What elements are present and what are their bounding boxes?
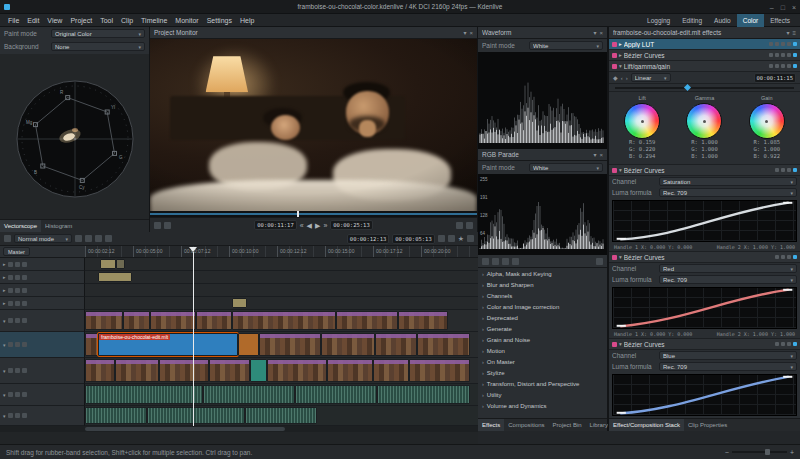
timeline-position-timecode[interactable]: 00:00:12:13 (347, 234, 389, 244)
expand-arrow-icon[interactable]: › (482, 348, 484, 354)
preset-icon[interactable] (775, 255, 779, 259)
timeline-clip[interactable] (116, 259, 125, 269)
timeline-clip[interactable] (85, 311, 123, 330)
background-select[interactable]: None▾ (51, 42, 145, 51)
channel-select[interactable]: Saturation▾ (659, 177, 797, 186)
mix-icon[interactable] (438, 235, 445, 242)
save-icon[interactable] (775, 53, 779, 57)
timeline-clip[interactable] (232, 311, 336, 330)
collapse-icon[interactable]: ▾ (463, 30, 466, 36)
paint-mode-select[interactable]: Original Color▾ (51, 29, 145, 38)
track-header[interactable]: ▸ (0, 297, 85, 310)
timeline-clip[interactable] (336, 311, 398, 330)
zone-in-icon[interactable] (164, 222, 171, 229)
effect-category[interactable]: › Channels (478, 290, 607, 301)
expand-arrow-icon[interactable]: › (482, 304, 484, 310)
bezier-curve-editor[interactable] (612, 374, 797, 416)
lock-track-icon[interactable] (22, 275, 27, 280)
menu-item[interactable]: Edit (23, 14, 43, 27)
collapse-arrow-icon[interactable]: ▾ (619, 254, 622, 260)
effect-row[interactable]: ▾ Bézier Curves (609, 165, 800, 176)
record-icon[interactable] (15, 413, 20, 418)
timeline-clip[interactable] (267, 359, 327, 382)
timeline-clip[interactable] (147, 407, 245, 424)
effect-category[interactable]: › Generate (478, 323, 607, 334)
timeline-clip[interactable] (398, 311, 448, 330)
enable-checkbox[interactable] (793, 64, 797, 68)
reset-icon[interactable] (781, 42, 785, 46)
timeline-clip[interactable] (377, 385, 470, 404)
effect-category[interactable]: › Deprecated (478, 312, 607, 323)
expand-arrow-icon[interactable]: › (482, 370, 484, 376)
skip-back-icon[interactable]: « (300, 222, 304, 229)
timeline-clip[interactable] (203, 385, 295, 404)
timeline-clip[interactable] (100, 259, 116, 269)
timeline-lane[interactable] (85, 271, 478, 284)
monitor-menu-icon[interactable] (154, 222, 161, 229)
timeline-lane[interactable] (85, 297, 478, 310)
prev-frame-icon[interactable]: ◀ (307, 222, 312, 229)
keyframe-diamond[interactable] (684, 84, 691, 91)
timeline-clip[interactable] (85, 385, 203, 404)
collapse-all-icon[interactable]: ▾ (786, 30, 789, 36)
effect-category[interactable]: › Color and Image correction (478, 301, 607, 312)
video-effects-icon[interactable] (492, 258, 499, 265)
playhead-line[interactable] (193, 252, 194, 426)
monitor-settings-icon[interactable] (466, 222, 473, 229)
effect-category[interactable]: › Transform, Distort and Perspective (478, 378, 607, 389)
effect-category[interactable]: › Motion (478, 345, 607, 356)
luma-formula-select[interactable]: Rec. 709▾ (659, 362, 797, 371)
timeline-clip[interactable] (409, 359, 470, 382)
prev-keyframe-icon[interactable]: ‹ (621, 75, 623, 81)
delete-icon[interactable] (787, 168, 791, 172)
expand-arrow-icon[interactable]: › (482, 282, 484, 288)
maximize-button[interactable]: □ (781, 4, 785, 11)
hide-track-icon[interactable] (8, 262, 13, 267)
timeline-menu-icon[interactable] (4, 235, 11, 242)
reset-icon[interactable] (781, 342, 785, 346)
zoom-in-icon[interactable]: + (790, 449, 794, 456)
preset-icon[interactable] (769, 53, 773, 57)
timeline-clip[interactable] (295, 385, 377, 404)
lift-color-wheel[interactable] (624, 103, 660, 139)
enable-checkbox[interactable] (793, 342, 797, 346)
track-header[interactable]: ▸ (0, 271, 85, 284)
expand-arrow-icon[interactable]: › (482, 293, 484, 299)
expand-arrow-icon[interactable]: › (482, 381, 484, 387)
paint-mode-select[interactable]: White▾ (529, 163, 603, 172)
search-icon[interactable] (596, 258, 603, 265)
stack-tab[interactable]: Effect/Composition Stack (609, 419, 684, 431)
workspace-button[interactable]: Logging (641, 14, 676, 27)
add-keyframe-icon[interactable]: ◆ (613, 75, 618, 81)
timeline-lane[interactable] (85, 384, 478, 406)
mute-track-icon[interactable] (15, 342, 20, 347)
luma-formula-select[interactable]: Rec. 709▾ (659, 275, 797, 284)
effect-category[interactable]: › Utility (478, 389, 607, 400)
audio-mixer-icon[interactable] (467, 235, 474, 242)
close-icon[interactable]: × (599, 152, 603, 158)
timeline-lane[interactable] (85, 358, 478, 384)
effect-row[interactable]: ▸ Apply LUT (609, 39, 800, 50)
lock-track-icon[interactable] (22, 392, 27, 397)
timeline-lane[interactable] (85, 258, 478, 271)
menu-item[interactable]: View (43, 14, 66, 27)
workspace-button[interactable]: Color (737, 14, 765, 27)
effect-row[interactable]: ▾ Bézier Curves (609, 339, 800, 350)
paint-mode-select[interactable]: White▾ (529, 41, 603, 50)
enable-checkbox[interactable] (793, 255, 797, 259)
hide-track-icon[interactable] (8, 301, 13, 306)
timeline-clip[interactable] (85, 407, 147, 424)
close-icon[interactable]: × (599, 30, 603, 36)
mute-track-icon[interactable] (15, 318, 20, 323)
timeline-clip[interactable] (209, 359, 250, 382)
delete-icon[interactable] (787, 255, 791, 259)
next-keyframe-icon[interactable]: › (626, 75, 628, 81)
preset-icon[interactable] (769, 42, 773, 46)
scope-tab[interactable]: Histogram (41, 220, 76, 232)
favorites-icon[interactable] (512, 258, 519, 265)
keyframe-timecode[interactable]: 00:00:11:15 (754, 73, 796, 83)
bottom-tab[interactable]: Effects (478, 419, 504, 431)
record-icon[interactable] (15, 392, 20, 397)
preset-icon[interactable] (775, 168, 779, 172)
timeline-clip[interactable] (245, 407, 317, 424)
